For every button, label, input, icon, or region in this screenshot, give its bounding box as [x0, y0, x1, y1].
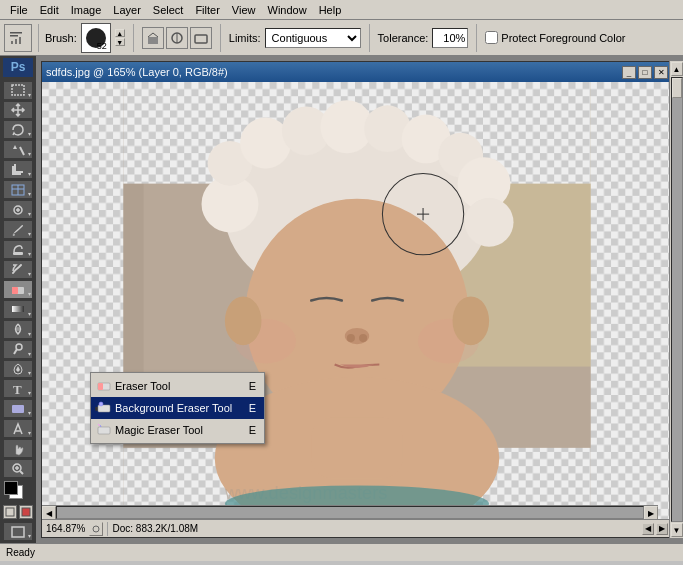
tool-path-selection[interactable]: ▾ [3, 419, 33, 438]
brush-size: 52 [97, 41, 107, 51]
brush-down-arrow[interactable]: ▼ [115, 38, 125, 46]
svg-line-24 [14, 349, 17, 354]
svg-rect-18 [13, 252, 23, 255]
tool-lasso[interactable]: ▾ [3, 120, 33, 139]
tool-zoom[interactable] [3, 459, 33, 478]
tool-crop[interactable]: ▾ [3, 160, 33, 179]
nav-left-btn[interactable]: ◀ [642, 523, 654, 535]
tool-gradient[interactable]: ▾ [3, 300, 33, 319]
nav-right-btn[interactable]: ▶ [656, 523, 668, 535]
vertical-scroll-track[interactable] [671, 77, 683, 522]
scroll-arrows: ◀ ▶ [642, 523, 668, 535]
tool-shape[interactable]: ▾ [3, 399, 33, 418]
horizontal-scroll-track[interactable] [56, 506, 644, 519]
tool-pen[interactable]: ▾ [3, 360, 33, 379]
fg-color-swatch[interactable] [4, 481, 18, 495]
menu-image[interactable]: Image [65, 2, 108, 18]
protect-fg-checkbox[interactable] [485, 31, 498, 44]
eraser-tool-item[interactable]: Eraser Tool E [91, 375, 264, 397]
tool-move[interactable] [3, 101, 33, 120]
scroll-right-button[interactable]: ▶ [644, 506, 658, 520]
separator4 [476, 24, 477, 52]
tool-options-icon[interactable] [4, 24, 32, 52]
main-layout: Ps ▾ ▾ ▾ ▾ ▾ ▾ ▾ [0, 56, 683, 543]
options-toolbar: Brush: 52 ▲ ▼ Limits: Contiguous Discont… [0, 20, 683, 56]
baby-image: www.designmasters [42, 82, 672, 519]
minimize-button[interactable]: _ [622, 66, 636, 79]
brush-up-arrow[interactable]: ▲ [115, 29, 125, 37]
menu-file[interactable]: File [4, 2, 34, 18]
svg-line-29 [20, 471, 23, 474]
bg-eraser-key: E [249, 402, 256, 414]
eraser-tool-label: Eraser Tool [115, 380, 170, 392]
svg-point-22 [16, 327, 20, 331]
menu-view[interactable]: View [226, 2, 262, 18]
magic-eraser-tool-item[interactable]: Magic Eraser Tool E [91, 419, 264, 441]
document-status-bar: 164.87% Doc: 883.2K/1.08M ◀ ▶ [42, 519, 672, 537]
normal-mode-btn[interactable] [3, 505, 17, 519]
tool-blur[interactable]: ▾ [3, 320, 33, 339]
svg-point-55 [465, 198, 514, 247]
background-eraser-tool-item[interactable]: ■ Background Eraser Tool E [91, 397, 264, 419]
tool-brush[interactable]: ▾ [3, 220, 33, 239]
document-content[interactable]: www.designmasters Eraser Tool [42, 82, 672, 519]
scroll-down-button[interactable]: ▼ [671, 523, 683, 537]
eraser-mode-btn3[interactable] [190, 27, 212, 49]
doc-info: Doc: 883.2K/1.08M [112, 523, 198, 534]
svg-rect-72 [98, 383, 103, 390]
svg-line-10 [20, 147, 24, 155]
tool-dodge[interactable]: ▾ [3, 340, 33, 359]
menu-window[interactable]: Window [262, 2, 313, 18]
brush-preview[interactable]: 52 [81, 23, 111, 53]
tool-text[interactable]: T ▾ [3, 379, 33, 398]
tool-stamp[interactable]: ▾ [3, 240, 33, 259]
protect-fg-label[interactable]: Protect Foreground Color [485, 31, 625, 44]
eraser-mode-btn2[interactable] [166, 27, 188, 49]
tool-slice[interactable]: ▾ [3, 180, 33, 199]
tool-wand[interactable]: ▾ [3, 140, 33, 159]
menu-edit[interactable]: Edit [34, 2, 65, 18]
magic-eraser-label: Magic Eraser Tool [115, 424, 203, 436]
brush-arrows[interactable]: ▲ ▼ [115, 29, 125, 46]
tolerance-input[interactable] [432, 28, 468, 48]
document-title: sdfds.jpg @ 165% (Layer 0, RGB/8#) [46, 66, 228, 78]
svg-rect-42 [42, 82, 123, 519]
tool-eraser[interactable]: ▾ [3, 280, 33, 299]
separator2 [220, 24, 221, 52]
svg-text:T: T [13, 382, 22, 396]
quick-mask-btn[interactable] [19, 505, 33, 519]
menu-filter[interactable]: Filter [189, 2, 225, 18]
limits-label: Limits: [229, 32, 261, 44]
eraser-mode-btn1[interactable] [142, 27, 164, 49]
menu-select[interactable]: Select [147, 2, 190, 18]
scroll-up-button[interactable]: ▲ [671, 62, 683, 76]
scroll-left-button[interactable]: ◀ [42, 506, 56, 520]
tool-hand[interactable] [3, 439, 33, 458]
screen-mode-btn[interactable]: ▾ [3, 522, 33, 541]
svg-rect-1 [10, 35, 18, 37]
tool-marquee[interactable]: ▾ [3, 81, 33, 100]
tool-icon-group [4, 24, 39, 52]
limits-select[interactable]: Contiguous Discontiguous Find Edges [265, 28, 361, 48]
maximize-button[interactable]: □ [638, 66, 652, 79]
tool-history-brush[interactable]: ▾ [3, 260, 33, 279]
tool-healing[interactable]: ▾ [3, 200, 33, 219]
tolerance-label: Tolerance: [378, 32, 429, 44]
eraser-mode-group [142, 27, 212, 49]
zoom-options-btn[interactable] [89, 522, 103, 536]
vertical-scroll-thumb[interactable] [672, 78, 682, 98]
svg-point-76 [93, 526, 99, 532]
svg-point-63 [225, 296, 262, 345]
vertical-scrollbar[interactable]: ▲ ▼ [669, 61, 683, 538]
horizontal-scrollbar[interactable]: ◀ ▶ [42, 505, 658, 519]
menu-layer[interactable]: Layer [107, 2, 147, 18]
color-swatches[interactable] [3, 481, 33, 503]
close-button[interactable]: ✕ [654, 66, 668, 79]
zoom-value: 164.87% [46, 523, 85, 534]
menu-help[interactable]: Help [313, 2, 348, 18]
ps-logo: Ps [3, 58, 33, 77]
svg-point-60 [359, 334, 367, 342]
protect-fg-text: Protect Foreground Color [501, 32, 625, 44]
document-window: sdfds.jpg @ 165% (Layer 0, RGB/8#) _ □ ✕ [41, 61, 673, 538]
svg-rect-0 [10, 32, 22, 34]
